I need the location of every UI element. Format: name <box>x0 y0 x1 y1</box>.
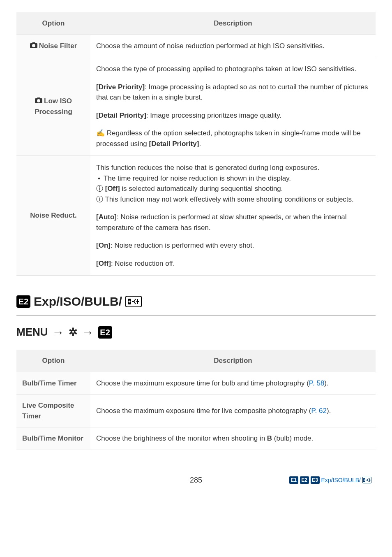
menu-label: MENU <box>16 324 48 340</box>
menu-path: MENU ✲ E2 <box>16 323 376 341</box>
desc-cell: Choose the type of processing applied to… <box>90 57 376 156</box>
page-number: 285 <box>138 475 255 486</box>
arrow-right-icon <box>82 323 94 341</box>
hint-text: Regardless of the option selected, photo… <box>96 129 361 148</box>
desc-cell: Choose the brightness of the monitor whe… <box>90 427 376 450</box>
desc-auto: [Auto]: Noise reduction is performed at … <box>96 212 370 233</box>
desc-intro: This function reduces the noise that is … <box>96 162 370 173</box>
camera-icon <box>30 41 37 51</box>
desc-pre: Choose the brightness of the monitor whe… <box>96 434 267 442</box>
desc-info: This function may not work effectively w… <box>96 194 370 205</box>
th-option: Option <box>16 350 90 372</box>
e1-badge-icon: E1 <box>289 476 298 484</box>
camera-icon <box>35 96 42 107</box>
desc-detail: [Detail Priority]: Image processing prio… <box>96 110 370 121</box>
page-link[interactable]: P. 62 <box>311 407 327 415</box>
desc-text: This function may not work effectively w… <box>105 195 353 203</box>
bold-label: [Drive Priority] <box>96 83 145 91</box>
desc-cell: Choose the amount of noise reduction per… <box>90 35 376 57</box>
desc-text: : Image processing prioritizes image qua… <box>146 111 281 119</box>
arrow-right-icon <box>52 323 65 341</box>
desc-text: : Noise reduction is performed with ever… <box>111 241 254 249</box>
e2-badge-icon: E2 <box>16 295 30 308</box>
desc-post: ). <box>327 407 331 415</box>
page-link[interactable]: P. 58 <box>309 379 325 387</box>
desc-drive: [Drive Priority]: Image processing is ad… <box>96 82 370 103</box>
desc-pre: Choose the maximum exposure time for bul… <box>96 379 309 387</box>
bold-label: [Auto] <box>96 213 117 221</box>
desc-post: ). <box>324 379 328 387</box>
desc-bullet: The time required for noise reduction is… <box>96 173 370 184</box>
desc-hint: Regardless of the option selected, photo… <box>96 128 370 149</box>
th-description: Description <box>90 350 376 372</box>
option-cell: Bulb/Time Timer <box>16 372 90 395</box>
table-row: Bulb/Time Monitor Choose the brightness … <box>16 427 376 450</box>
desc-text: : Noise reduction off. <box>111 260 175 267</box>
desc-pre: Choose the maximum exposure time for liv… <box>96 407 311 415</box>
footer-breadcrumb[interactable]: E1 E2 E3 Exp/ISO/BULB/ <box>254 476 371 485</box>
svg-point-1 <box>129 300 131 302</box>
e2-badge-icon: E2 <box>98 326 112 339</box>
table-row: Low ISO Processing Choose the type of pr… <box>16 57 376 156</box>
e3-badge-icon: E3 <box>311 476 320 484</box>
desc-post: (bulb) mode. <box>272 434 313 442</box>
desc-intro-group: This function reduces the noise that is … <box>96 162 370 204</box>
section-heading: E2 Exp/ISO/BULB/ <box>16 292 376 316</box>
desc-cell: Choose the maximum exposure time for bul… <box>90 372 376 395</box>
footer-label: Exp/ISO/BULB/ <box>321 476 361 485</box>
table-row: Live Composite Timer Choose the maximum … <box>16 395 376 427</box>
table-e1: Option Description Noise Filter Choose t… <box>16 12 376 276</box>
bold-label: [Off] <box>105 185 120 193</box>
table-row: Noise Reduct. This function reduces the … <box>16 156 376 276</box>
th-option: Option <box>16 12 90 35</box>
desc-text: : Noise reduction is performed at slow s… <box>96 213 346 232</box>
option-cell: Low ISO Processing <box>16 57 90 156</box>
hint-suffix: . <box>199 140 201 148</box>
heading-text: Exp/ISO/BULB/ <box>34 292 122 311</box>
exposure-adjust-icon <box>362 477 371 483</box>
option-cell: Live Composite Timer <box>16 395 90 427</box>
desc-cell: This function reduces the noise that is … <box>90 156 376 276</box>
option-label: Noise Filter <box>39 42 77 50</box>
option-cell: Noise Reduct. <box>16 156 90 276</box>
bold-label: [Detail Priority] <box>96 111 146 119</box>
table-e2: Option Description Bulb/Time Timer Choos… <box>16 350 376 450</box>
bold-label: [Detail Priority] <box>149 140 199 148</box>
desc-info: [Off] is selected automatically during s… <box>96 183 370 194</box>
page-footer: 285 E1 E2 E3 Exp/ISO/BULB/ <box>16 475 376 486</box>
e2-badge-icon: E2 <box>300 476 309 484</box>
svg-point-3 <box>364 479 365 480</box>
desc-intro: Choose the type of processing applied to… <box>96 64 370 74</box>
desc-on: [On]: Noise reduction is performed with … <box>96 240 370 251</box>
bold-label: [Off] <box>96 260 111 267</box>
table-row: Bulb/Time Timer Choose the maximum expos… <box>16 372 376 395</box>
bold-label: B <box>267 434 272 442</box>
gear-icon: ✲ <box>69 324 78 340</box>
option-cell: Bulb/Time Monitor <box>16 427 90 450</box>
table-row: Noise Filter Choose the amount of noise … <box>16 35 376 57</box>
desc-text: is selected automatically during sequent… <box>120 185 283 193</box>
exposure-adjust-icon <box>125 296 142 307</box>
desc-cell: Choose the maximum exposure time for liv… <box>90 395 376 427</box>
option-cell: Noise Filter <box>16 35 90 57</box>
bold-label: [On] <box>96 241 111 249</box>
desc-off: [Off]: Noise reduction off. <box>96 258 370 269</box>
th-description: Description <box>90 12 376 35</box>
